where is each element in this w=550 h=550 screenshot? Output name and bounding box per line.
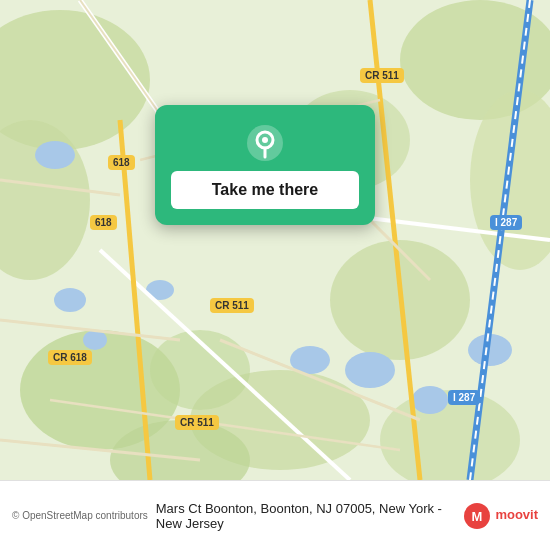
location-pin-icon bbox=[247, 125, 283, 161]
svg-text:M: M bbox=[472, 509, 483, 524]
route-badge-618-top: 618 bbox=[108, 155, 135, 170]
route-badge-cr511-top: CR 511 bbox=[360, 68, 404, 83]
route-badge-cr511-mid: CR 511 bbox=[210, 298, 254, 313]
address-text: Mars Ct Boonton, Boonton, NJ 07005, New … bbox=[156, 501, 464, 531]
svg-point-14 bbox=[83, 330, 107, 350]
svg-point-12 bbox=[35, 141, 75, 169]
moovit-brand-text: moovit bbox=[495, 508, 538, 522]
moovit-icon: M bbox=[463, 502, 491, 530]
route-badge-cr511-bot: CR 511 bbox=[175, 415, 219, 430]
route-badge-i287-bot: I 287 bbox=[448, 390, 480, 405]
map-svg bbox=[0, 0, 550, 480]
take-me-there-button[interactable]: Take me there bbox=[171, 171, 359, 209]
svg-point-13 bbox=[54, 288, 86, 312]
svg-point-15 bbox=[345, 352, 395, 388]
bottom-bar: © OpenStreetMap contributors Mars Ct Boo… bbox=[0, 480, 550, 550]
location-popup: Take me there bbox=[155, 105, 375, 225]
map-view: CR 511 618 618 CR 511 CR 618 CR 511 I 28… bbox=[0, 0, 550, 480]
copyright-text: © OpenStreetMap contributors bbox=[12, 510, 148, 521]
route-badge-i287-right: I 287 bbox=[490, 215, 522, 230]
moovit-logo: M moovit bbox=[463, 502, 538, 530]
route-badge-cr618-bot: CR 618 bbox=[48, 350, 92, 365]
svg-point-37 bbox=[262, 137, 268, 143]
route-badge-618-mid: 618 bbox=[90, 215, 117, 230]
svg-point-16 bbox=[412, 386, 448, 414]
